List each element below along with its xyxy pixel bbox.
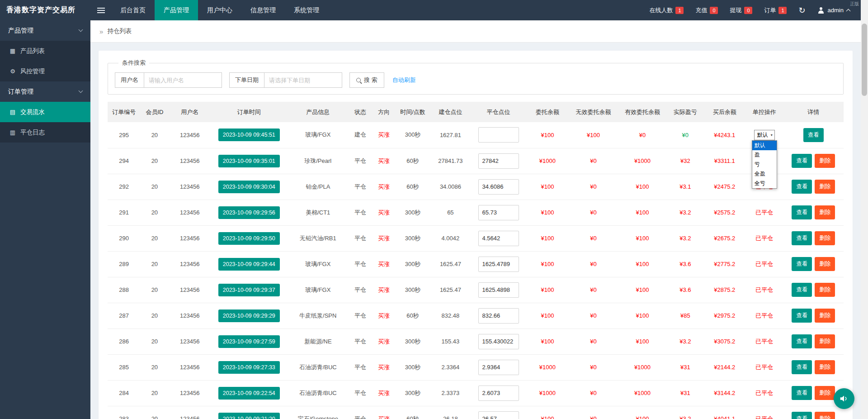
order-time-chip[interactable]: 2023-10-09 09:22:54 (218, 387, 280, 400)
delete-button[interactable]: 删除 (815, 386, 835, 400)
close-point-input[interactable] (478, 386, 519, 401)
nav-item[interactable]: 用户中心 (198, 0, 241, 20)
scrollbar-thumb[interactable] (862, 24, 867, 96)
delete-button[interactable]: 删除 (815, 257, 835, 271)
view-button[interactable]: 查看 (792, 205, 812, 219)
view-button[interactable]: 查看 (792, 231, 812, 245)
order-time-chip[interactable]: 2023-10-09 09:21:20 (218, 413, 280, 419)
auto-refresh-link[interactable]: 自动刷新 (392, 76, 416, 84)
view-button[interactable]: 查看 (792, 334, 812, 348)
order-time-chip[interactable]: 2023-10-09 09:30:04 (218, 181, 280, 193)
after-balance: ¥4243.1 (703, 122, 745, 148)
delete-button[interactable]: 删除 (815, 309, 835, 323)
close-point-input[interactable] (478, 360, 519, 375)
close-point-input[interactable] (478, 153, 519, 169)
close-point-input[interactable] (478, 205, 519, 220)
refresh-icon[interactable]: ↻ (798, 6, 805, 14)
close-point-input[interactable] (478, 282, 519, 298)
topbar-right: 在线人数1充值0提现0订单1 ↻ admin (649, 6, 868, 14)
status-label: 平仓 (349, 251, 372, 277)
close-point-cell (471, 174, 526, 200)
order-time-chip[interactable]: 2023-10-09 09:45:51 (218, 129, 280, 141)
delete-button[interactable]: 删除 (815, 180, 835, 194)
breadcrumb: » 持仓列表 (90, 20, 861, 43)
close-point-input[interactable] (478, 334, 519, 349)
delete-button[interactable]: 删除 (815, 360, 835, 374)
stat-label: 充值 (695, 6, 707, 14)
menu-toggle-icon[interactable] (90, 0, 111, 20)
order-time-chip[interactable]: 2023-10-09 09:29:56 (218, 206, 280, 219)
view-button[interactable]: 查看 (792, 309, 812, 323)
order-time-chip[interactable]: 2023-10-09 09:27:59 (218, 335, 280, 348)
search-button[interactable]: 搜 索 (349, 72, 384, 88)
period: 300秒 (396, 380, 430, 406)
delete-button[interactable]: 删除 (815, 205, 835, 219)
view-button[interactable]: 查看 (792, 180, 812, 194)
delete-button[interactable]: 删除 (815, 412, 835, 419)
sidebar-group-header[interactable]: 产品管理 (0, 20, 90, 41)
dropdown-option[interactable]: 全亏 (752, 179, 777, 188)
username-input[interactable] (144, 72, 222, 88)
order-time-chip[interactable]: 2023-10-09 09:29:37 (218, 284, 280, 296)
column-header: 无效委托余额 (569, 102, 618, 122)
nav-item[interactable]: 后台首页 (111, 0, 155, 20)
close-point-input[interactable] (478, 257, 519, 272)
user-menu[interactable]: admin (817, 7, 850, 14)
scrollbar[interactable] (861, 0, 868, 419)
view-button[interactable]: 查看 (803, 128, 824, 142)
actual-profit: ¥3.2 (667, 406, 703, 419)
topbar-stat[interactable]: 充值0 (695, 6, 718, 14)
close-point-input[interactable] (478, 411, 519, 419)
close-point-input[interactable] (478, 231, 519, 246)
nav-item[interactable]: 产品管理 (155, 0, 198, 20)
order-time-chip[interactable]: 2023-10-09 09:35:01 (218, 155, 280, 167)
dropdown-option[interactable]: 全盈 (752, 169, 777, 179)
order-time-chip[interactable]: 2023-10-09 09:29:29 (218, 309, 280, 322)
closed-status-label: 已平仓 (755, 415, 773, 419)
view-button[interactable]: 查看 (792, 154, 812, 168)
nav-item[interactable]: 系统管理 (285, 0, 328, 20)
close-point-input[interactable] (478, 127, 519, 143)
sidebar-item-trade-flow[interactable]: ▤交易流水 (0, 102, 90, 122)
column-header: 状态 (349, 102, 372, 122)
chevron-down-icon (79, 28, 83, 32)
delete-button[interactable]: 删除 (815, 334, 835, 348)
announcement-fab[interactable] (834, 388, 854, 409)
nav-item[interactable]: 信息管理 (241, 0, 285, 20)
topbar-stat[interactable]: 提现0 (730, 6, 752, 14)
dropdown-option[interactable]: 亏 (752, 160, 777, 169)
order-id: 284 (108, 380, 140, 406)
view-button[interactable]: 查看 (792, 412, 812, 419)
sidebar-item-risk-control[interactable]: ⚙风控管理 (0, 61, 90, 81)
table-row: 288201234562023-10-09 09:29:37玻璃/FGX平仓买涨… (108, 277, 844, 303)
delete-button[interactable]: 删除 (815, 283, 835, 297)
row-username: 123456 (169, 148, 211, 174)
order-time-chip[interactable]: 2023-10-09 09:27:33 (218, 361, 280, 374)
close-point-input[interactable] (478, 179, 519, 195)
period: 300秒 (396, 277, 430, 303)
member-id: 20 (140, 251, 169, 277)
sidebar-group-header[interactable]: 订单管理 (0, 81, 90, 102)
order-date-group: 下单日期 (229, 72, 342, 88)
dropdown-option[interactable]: 默认 (752, 141, 777, 150)
valid-entrust-balance: ¥1000 (618, 380, 667, 406)
control-select[interactable]: 默认▾ (754, 130, 775, 140)
delete-button[interactable]: 删除 (815, 231, 835, 245)
view-button[interactable]: 查看 (792, 360, 812, 374)
topbar-stat[interactable]: 在线人数1 (649, 6, 684, 14)
view-button[interactable]: 查看 (792, 386, 812, 400)
order-time-chip[interactable]: 2023-10-09 09:29:44 (218, 258, 280, 271)
sidebar-item-close-log[interactable]: ▥平仓日志 (0, 122, 90, 143)
topbar-stat[interactable]: 订单1 (764, 6, 787, 14)
view-button[interactable]: 查看 (792, 257, 812, 271)
entrust-balance: ¥100 (526, 200, 569, 225)
view-button[interactable]: 查看 (792, 283, 812, 297)
delete-button[interactable]: 删除 (815, 154, 835, 168)
sidebar-item-product-list[interactable]: ▦产品列表 (0, 41, 90, 61)
order-id: 288 (108, 277, 140, 303)
close-point-input[interactable] (478, 308, 519, 324)
sidebar-group-label: 产品管理 (8, 27, 33, 35)
order-time-chip[interactable]: 2023-10-09 09:29:50 (218, 232, 280, 245)
dropdown-option[interactable]: 盈 (752, 150, 777, 160)
order-date-input[interactable] (264, 72, 342, 88)
